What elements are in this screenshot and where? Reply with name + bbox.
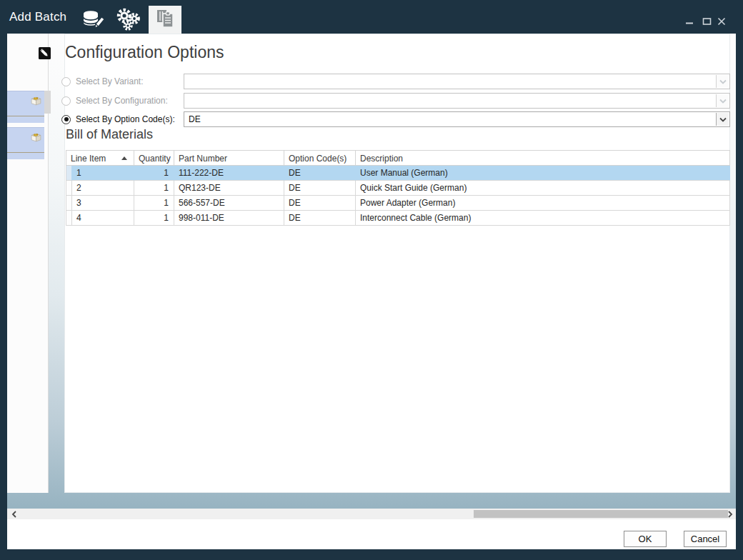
- chevron-right-icon: [727, 511, 733, 518]
- variant-radio-label: Select By Variant:: [76, 76, 144, 86]
- option-codes-combobox[interactable]: DE: [184, 111, 730, 127]
- select-by-option-codes-radio[interactable]: Select By Option Code(s):: [61, 112, 175, 126]
- card-separator: [7, 116, 44, 116]
- table-row[interactable]: 1 1 111-222-DE DE User Manual (German): [66, 166, 730, 181]
- cell-part-number[interactable]: QR123-DE: [174, 181, 284, 196]
- batch-list-item[interactable]: [7, 127, 44, 159]
- row-header-cell[interactable]: [66, 181, 72, 196]
- horizontal-scrollbar[interactable]: [7, 509, 736, 519]
- cell-part-number[interactable]: 566-557-DE: [174, 196, 284, 211]
- titlebar: Add Batch: [0, 0, 743, 34]
- cell-line-item[interactable]: 3: [72, 196, 134, 211]
- table-row[interactable]: 2 1 QR123-DE DE Quick Start Guide (Germa…: [66, 181, 730, 196]
- toolbar-button-database-edit[interactable]: [79, 9, 106, 34]
- chevron-left-icon: [11, 511, 17, 518]
- cell-description[interactable]: User Manual (German): [356, 166, 730, 181]
- column-header-description[interactable]: Description: [356, 151, 730, 166]
- chevron-down-icon: [719, 117, 727, 122]
- configuration-combobox: [184, 93, 730, 109]
- configuration-radio-label: Select By Configuration:: [76, 96, 168, 106]
- sidebar-scroll-thumb[interactable]: [44, 91, 51, 114]
- cell-option-codes[interactable]: DE: [284, 211, 356, 226]
- configuration-options-heading: Configuration Options: [65, 43, 224, 62]
- select-by-variant-radio[interactable]: Select By Variant:: [61, 74, 144, 89]
- cell-part-number[interactable]: 998-011-DE: [174, 211, 284, 226]
- minimize-button[interactable]: [682, 16, 697, 29]
- cell-option-codes[interactable]: DE: [284, 181, 356, 196]
- column-header-quantity[interactable]: Quantity: [134, 151, 174, 166]
- dropdown-button: [716, 75, 729, 88]
- toolbar-button-settings[interactable]: [115, 9, 142, 34]
- cell-quantity[interactable]: 1: [134, 166, 174, 181]
- scrollbar-thumb[interactable]: [474, 510, 728, 518]
- row-header-cell[interactable]: [66, 166, 72, 181]
- cancel-button[interactable]: Cancel: [684, 531, 727, 547]
- maximize-button[interactable]: [699, 16, 714, 29]
- radio-icon: [61, 96, 71, 106]
- table-row[interactable]: 4 1 998-011-DE DE Interconnect Cable (Ge…: [66, 211, 730, 226]
- gears-icon: [116, 8, 141, 35]
- add-batch-window: Add Batch: [0, 0, 743, 560]
- option-codes-combobox-value: DE: [189, 114, 201, 124]
- cell-line-item[interactable]: 2: [72, 181, 134, 196]
- select-by-configuration-radio[interactable]: Select By Configuration:: [61, 94, 168, 108]
- scroll-right-button[interactable]: [724, 509, 735, 519]
- cell-line-item[interactable]: 1: [72, 166, 134, 181]
- scroll-left-button[interactable]: [9, 509, 19, 519]
- cell-option-codes[interactable]: DE: [284, 166, 356, 181]
- bill-of-materials-heading: Bill of Materials: [66, 127, 153, 142]
- content-area: Configuration Options Select By Variant:…: [7, 34, 736, 509]
- option-codes-radio-label: Select By Option Code(s):: [76, 114, 175, 124]
- database-edit-icon: [80, 8, 106, 35]
- cell-quantity[interactable]: 1: [134, 196, 174, 211]
- row-header-cell[interactable]: [66, 211, 72, 226]
- ok-button[interactable]: OK: [624, 531, 667, 547]
- documents-icon: [154, 7, 176, 33]
- table-row[interactable]: 3 1 566-557-DE DE Power Adapter (German): [66, 196, 730, 211]
- chevron-down-icon: [719, 79, 727, 84]
- column-header-option-codes[interactable]: Option Code(s): [284, 151, 356, 166]
- close-icon: [717, 16, 726, 29]
- batch-list-sidebar: [7, 34, 49, 493]
- cell-option-codes[interactable]: DE: [284, 196, 356, 211]
- close-button[interactable]: [714, 16, 729, 29]
- window-title: Add Batch: [9, 0, 66, 34]
- radio-icon: [61, 77, 71, 86]
- card-separator: [7, 152, 44, 153]
- row-header-cell[interactable]: [66, 196, 72, 211]
- cell-description[interactable]: Quick Start Guide (German): [356, 181, 730, 196]
- edit-icon: [39, 47, 51, 59]
- package-icon: [30, 131, 42, 143]
- cell-quantity[interactable]: 1: [134, 181, 174, 196]
- cell-description[interactable]: Power Adapter (German): [356, 196, 730, 211]
- radio-selected-icon: [61, 115, 71, 124]
- column-header-part-number[interactable]: Part Number: [174, 151, 284, 166]
- maximize-icon: [702, 16, 712, 29]
- footer-bar: OK Cancel: [7, 519, 736, 549]
- dropdown-button[interactable]: [716, 113, 729, 126]
- chevron-down-icon: [719, 99, 727, 104]
- toolbar-button-documents-active[interactable]: [149, 6, 181, 34]
- column-header-line-item[interactable]: Line Item: [66, 151, 134, 166]
- cell-part-number[interactable]: 111-222-DE: [174, 166, 284, 181]
- sort-ascending-icon: [121, 156, 127, 160]
- package-icon: [30, 94, 42, 106]
- table-header-row: Line Item Quantity Part Number Option Co…: [66, 150, 730, 166]
- variant-combobox: [184, 74, 730, 89]
- cell-line-item[interactable]: 4: [72, 211, 134, 226]
- cell-quantity[interactable]: 1: [134, 211, 174, 226]
- minimize-icon: [685, 16, 694, 29]
- cell-description[interactable]: Interconnect Cable (German): [356, 211, 730, 226]
- batch-list-item[interactable]: [7, 91, 44, 123]
- dropdown-button: [716, 94, 729, 107]
- bom-table: Line Item Quantity Part Number Option Co…: [66, 150, 730, 226]
